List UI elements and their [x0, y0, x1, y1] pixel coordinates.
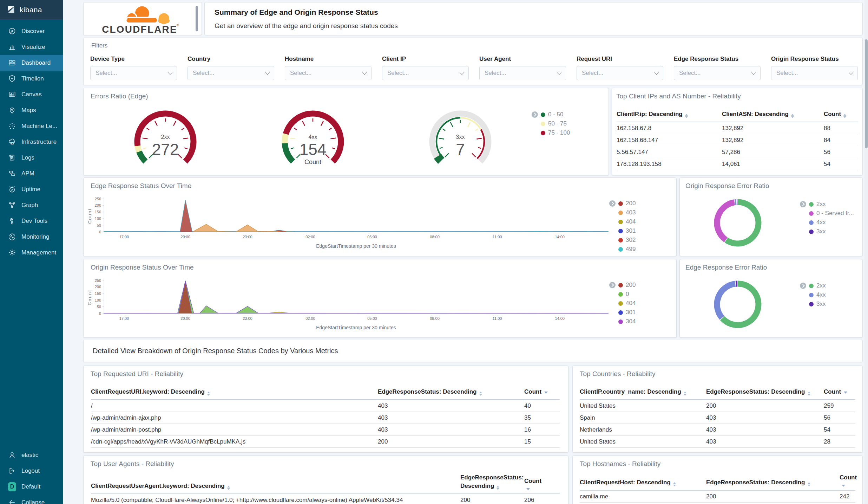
sidebar-item-logout[interactable]: Logout [0, 463, 63, 479]
sidebar-item-graph[interactable]: Graph [0, 197, 63, 213]
sidebar-item-discover[interactable]: Discover [0, 23, 63, 39]
filter-select-edge-response-status[interactable]: Select... [674, 66, 761, 80]
filter-select-hostname[interactable]: Select... [285, 66, 371, 80]
filter-select-device-type[interactable]: Select... [90, 66, 177, 80]
legend-item-403[interactable]: 403 [609, 208, 636, 217]
sidebar-item-apm[interactable]: APM [0, 166, 63, 181]
table-row[interactable]: /40340 [91, 400, 560, 412]
sidebar-item-machine-le[interactable]: Machine Le... [0, 118, 63, 134]
column-header-clientasn-descending[interactable]: ClientASN: Descending [722, 108, 824, 122]
filter-select-user-agent[interactable]: Select... [479, 66, 566, 80]
legend-item-0[interactable]: 0 [609, 290, 636, 299]
legend-toggle-icon[interactable] [532, 111, 538, 118]
sort-icon[interactable] [685, 114, 688, 118]
sort-icon[interactable] [843, 114, 846, 118]
table-row[interactable]: Mozilla/5.0 (compatible; CloudFlare-Alwa… [91, 494, 560, 504]
column-header-count[interactable]: Count [824, 386, 855, 399]
legend-item-200[interactable]: 200 [609, 199, 636, 208]
legend-item-499[interactable]: 499 [609, 245, 636, 254]
sorted-desc-icon[interactable] [844, 392, 847, 394]
legend-toggle-icon[interactable] [800, 283, 806, 289]
legend-toggle-icon[interactable] [609, 282, 616, 288]
table-row[interactable]: United States200259 [580, 400, 855, 412]
column-header-clientrequesthost-descending[interactable]: ClientRequestHost: Descending [580, 476, 706, 490]
column-header-count[interactable]: Count [524, 475, 560, 493]
sort-icon[interactable] [808, 392, 810, 396]
column-header-clientip-country-name-descending[interactable]: ClientIP.country_name: Descending [580, 386, 706, 399]
legend-item-0-served-fr[interactable]: 0 - Served fr... [800, 209, 854, 218]
sidebar-item-maps[interactable]: Maps [0, 102, 63, 118]
column-header-edgeresponsestatus-descending[interactable]: EdgeResponseStatus: Descending [460, 471, 524, 493]
sidebar-item-monitoring[interactable]: Monitoring [0, 229, 63, 245]
sidebar-item-default[interactable]: DDefault [0, 479, 63, 495]
legend-item-2xx[interactable]: 2xx [800, 281, 826, 290]
column-header-edgeresponsestatus-descending[interactable]: EdgeResponseStatus: Descending [706, 476, 840, 490]
legend-item-302[interactable]: 302 [609, 235, 636, 245]
sidebar-item-canvas[interactable]: Canvas [0, 86, 63, 102]
table-row[interactable]: 162.158.67.8132,89288 [617, 122, 858, 134]
legend-item-75-100[interactable]: 75 - 100 [532, 128, 570, 137]
legend-toggle-icon[interactable] [800, 201, 806, 207]
sidebar-item-dev-tools[interactable]: Dev Tools [0, 213, 63, 229]
table-row[interactable]: camilia.me200242 [580, 491, 855, 503]
filter-select-country[interactable]: Select... [188, 66, 274, 80]
table-row[interactable]: 162.158.68.147132,89284 [617, 134, 858, 146]
sorted-desc-icon[interactable] [842, 485, 845, 487]
column-header-clientip-ip-descending[interactable]: ClientIP.ip: Descending [617, 108, 722, 122]
sidebar-item-logs[interactable]: Logs [0, 150, 63, 166]
sidebar-item-management[interactable]: Management [0, 245, 63, 260]
table-row[interactable]: Spain40356 [580, 412, 855, 424]
sorted-desc-icon[interactable] [544, 392, 548, 394]
sort-icon[interactable] [207, 392, 210, 396]
column-header-count[interactable]: Count [524, 386, 560, 399]
sort-icon[interactable] [808, 482, 810, 486]
table-row[interactable]: /wp-admin/admin-ajax.php40335 [91, 412, 560, 424]
filter-select-origin-response-status[interactable]: Select... [771, 66, 858, 80]
legend-item-4xx[interactable]: 4xx [800, 218, 854, 227]
sidebar-item-visualize[interactable]: Visualize [0, 39, 63, 55]
table-row[interactable]: 178.128.193.15814,06154 [617, 158, 858, 170]
legend-item-404[interactable]: 404 [609, 299, 636, 308]
filter-select-client-ip[interactable]: Select... [382, 66, 469, 80]
legend-item-4xx[interactable]: 4xx [800, 290, 826, 299]
table-row[interactable]: /cdn-cgi/apps/head/xVgyKhR-vV3dAUGhMqfBc… [91, 436, 560, 448]
legend-item-50-75[interactable]: 50 - 75 [532, 119, 570, 128]
sidebar-item-collapse[interactable]: Collapse [0, 495, 63, 504]
sort-icon[interactable] [227, 486, 230, 490]
legend-item-2xx[interactable]: 2xx [800, 200, 854, 209]
sidebar-item-dashboard[interactable]: Dashboard [0, 55, 63, 71]
legend-item-0-50[interactable]: 0 - 50 [532, 110, 570, 119]
column-header-clientrequesturi-keyword-descending[interactable]: ClientRequestURI.keyword: Descending [91, 386, 378, 399]
panel-scrollbar[interactable] [196, 6, 198, 31]
legend-item-404[interactable]: 404 [609, 217, 636, 226]
page-scrollbar-track[interactable] [864, 0, 868, 504]
sort-icon[interactable] [673, 482, 676, 486]
sidebar-item-timelion[interactable]: Timelion [0, 71, 63, 86]
column-header-edgeresponsestatus-descending[interactable]: EdgeResponseStatus: Descending [378, 386, 524, 399]
filter-select-request-uri[interactable]: Select... [577, 66, 663, 80]
legend-item-3xx[interactable]: 3xx [800, 227, 854, 236]
sidebar-item-infrastructure[interactable]: Infrastructure [0, 134, 63, 150]
table-row[interactable]: 5.56.57.14757,28656 [617, 146, 858, 158]
page-scrollbar-thumb[interactable] [865, 39, 868, 148]
table-row[interactable]: /wp-admin/admin-post.php40316 [91, 424, 560, 436]
column-header-edgeresponsestatus-descending[interactable]: EdgeResponseStatus: Descending [706, 386, 824, 399]
sort-icon[interactable] [684, 392, 686, 396]
kibana-logo[interactable]: kibana [0, 0, 63, 19]
legend-item-3xx[interactable]: 3xx [800, 299, 826, 309]
table-row[interactable]: Netherlands40354 [580, 424, 855, 436]
sidebar-item-elastic[interactable]: elastic [0, 447, 63, 463]
legend-item-200[interactable]: 200 [609, 280, 636, 290]
legend-item-301[interactable]: 301 [609, 226, 636, 235]
legend-item-301[interactable]: 301 [609, 308, 636, 317]
sort-icon[interactable] [497, 486, 499, 490]
sort-icon[interactable] [479, 392, 482, 396]
legend-toggle-icon[interactable] [609, 200, 616, 207]
table-row[interactable]: United States40328 [580, 436, 855, 448]
sidebar-item-uptime[interactable]: Uptime [0, 181, 63, 197]
sorted-desc-icon[interactable] [526, 488, 530, 490]
column-header-count[interactable]: Count [824, 108, 858, 122]
column-header-count[interactable]: Count [840, 471, 860, 490]
legend-item-304[interactable]: 304 [609, 317, 636, 326]
sort-icon[interactable] [791, 114, 794, 118]
